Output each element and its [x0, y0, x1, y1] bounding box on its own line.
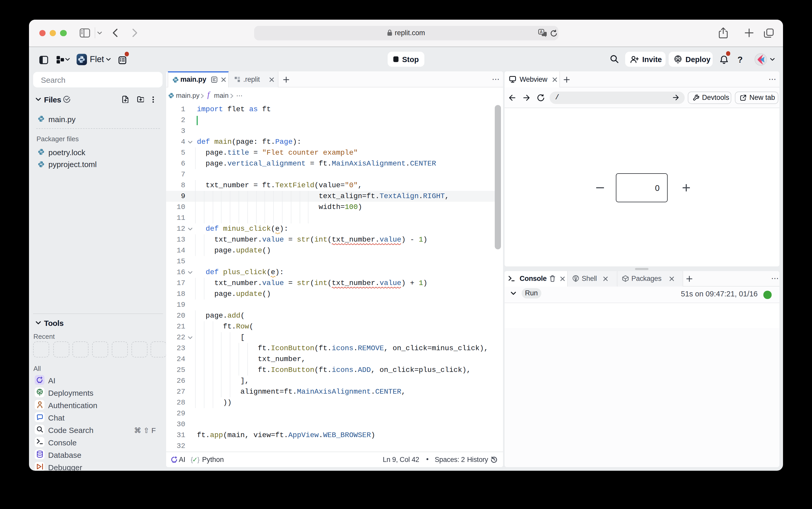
svg-text:A: A [540, 30, 543, 34]
